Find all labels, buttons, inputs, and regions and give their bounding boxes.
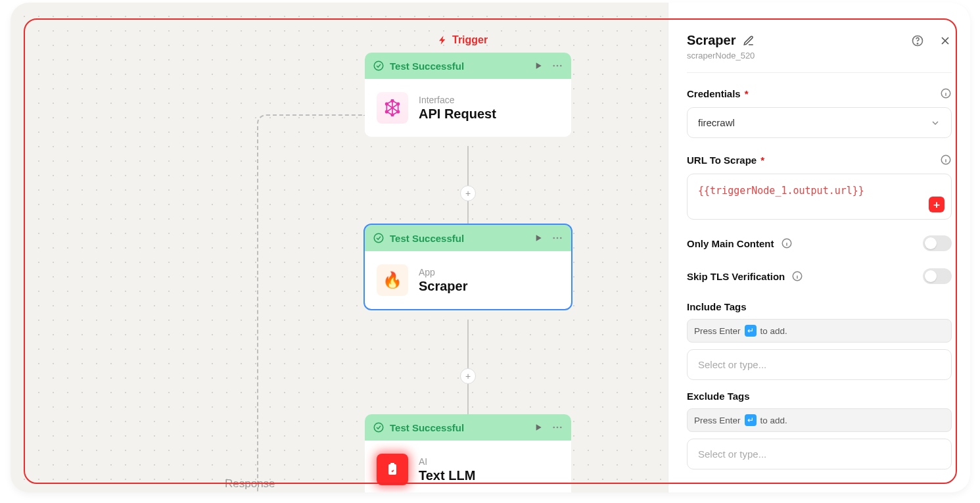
add-node-button[interactable]: + (460, 185, 476, 201)
panel-title: Scraper (687, 33, 736, 48)
svg-point-16 (557, 427, 559, 429)
help-icon[interactable] (911, 34, 924, 47)
svg-point-10 (374, 233, 383, 243)
info-icon[interactable] (940, 87, 952, 99)
node-header: Test Successful (365, 414, 571, 441)
node-api-request[interactable]: Test Successful Interface API Request (365, 53, 571, 137)
node-status: Test Successful (390, 233, 528, 244)
svg-point-12 (557, 237, 559, 239)
svg-point-6 (386, 103, 388, 105)
skip-tls-toggle[interactable] (923, 268, 952, 284)
node-scraper[interactable]: Test Successful 🔥 App Scraper (365, 225, 571, 309)
svg-point-9 (397, 110, 399, 112)
edit-icon[interactable] (743, 35, 755, 47)
include-tags-input[interactable]: Select or type... (687, 349, 952, 380)
required-marker: * (745, 88, 749, 99)
svg-point-2 (557, 65, 559, 67)
only-main-label: Only Main Content (687, 238, 774, 249)
node-text-llm[interactable]: Test Successful AI Text LLM (365, 414, 571, 492)
response-label: Response (225, 477, 275, 491)
play-icon[interactable] (533, 233, 544, 243)
exclude-tags-input[interactable]: Select or type... (687, 439, 952, 469)
credentials-label: Credentials (687, 88, 741, 99)
fire-icon: 🔥 (377, 264, 408, 296)
node-title: Scraper (419, 279, 468, 294)
required-marker: * (760, 155, 764, 166)
enter-key-icon: ↵ (745, 414, 757, 426)
properties-panel: Scraper scraperNode_520 Credentials * fi… (668, 3, 970, 492)
add-expression-button[interactable]: + (929, 197, 945, 212)
node-title: Text LLM (419, 468, 475, 483)
exclude-tags-hint: Press Enter ↵ to add. (687, 408, 952, 432)
play-icon[interactable] (533, 60, 544, 71)
close-icon[interactable] (939, 34, 952, 47)
info-icon[interactable] (781, 237, 793, 249)
play-icon[interactable] (533, 422, 544, 433)
url-label: URL To Scrape (687, 155, 757, 166)
svg-point-11 (553, 237, 555, 239)
connector (467, 320, 469, 414)
info-icon[interactable] (940, 154, 952, 166)
svg-point-15 (553, 427, 555, 429)
node-title: API Request (419, 107, 496, 122)
svg-point-17 (560, 427, 562, 429)
include-tags-hint: Press Enter ↵ to add. (687, 319, 952, 343)
info-icon[interactable] (791, 270, 803, 282)
svg-point-21 (917, 43, 918, 43)
check-circle-icon (373, 60, 385, 72)
node-status: Test Successful (390, 60, 528, 72)
url-input[interactable]: {{triggerNode_1.output.url}} + (687, 174, 952, 220)
include-tags-label: Include Tags (687, 301, 747, 312)
svg-rect-18 (388, 464, 396, 475)
svg-point-1 (553, 65, 555, 67)
graphql-icon (377, 92, 408, 124)
svg-point-0 (374, 61, 383, 70)
svg-rect-19 (390, 463, 394, 466)
trigger-label: Trigger (438, 34, 488, 46)
svg-point-4 (391, 99, 393, 101)
node-category: Interface (419, 95, 496, 105)
exclude-tags-label: Exclude Tags (687, 391, 750, 402)
svg-point-14 (374, 423, 383, 432)
lightning-icon (438, 35, 448, 45)
more-icon[interactable] (551, 421, 563, 433)
node-category: App (419, 267, 468, 277)
svg-point-7 (397, 103, 399, 105)
svg-point-13 (560, 237, 562, 239)
node-status: Test Successful (390, 422, 528, 433)
node-category: AI (419, 456, 475, 467)
more-icon[interactable] (551, 232, 563, 244)
node-header: Test Successful (365, 225, 571, 251)
check-circle-icon (373, 421, 385, 433)
clipboard-icon (377, 454, 408, 485)
node-header: Test Successful (365, 53, 571, 79)
svg-point-8 (386, 110, 388, 112)
enter-key-icon: ↵ (745, 325, 757, 337)
chevron-down-icon (930, 118, 941, 128)
svg-point-5 (391, 114, 393, 116)
credentials-select[interactable]: firecrawl (687, 107, 952, 138)
more-icon[interactable] (551, 60, 563, 72)
check-circle-icon (373, 232, 385, 244)
add-node-button[interactable]: + (460, 368, 476, 384)
panel-subtitle: scraperNode_520 (687, 51, 952, 60)
skip-tls-label: Skip TLS Verification (687, 271, 785, 282)
response-connector (257, 114, 365, 492)
only-main-toggle[interactable] (923, 235, 952, 251)
svg-point-3 (560, 65, 562, 67)
